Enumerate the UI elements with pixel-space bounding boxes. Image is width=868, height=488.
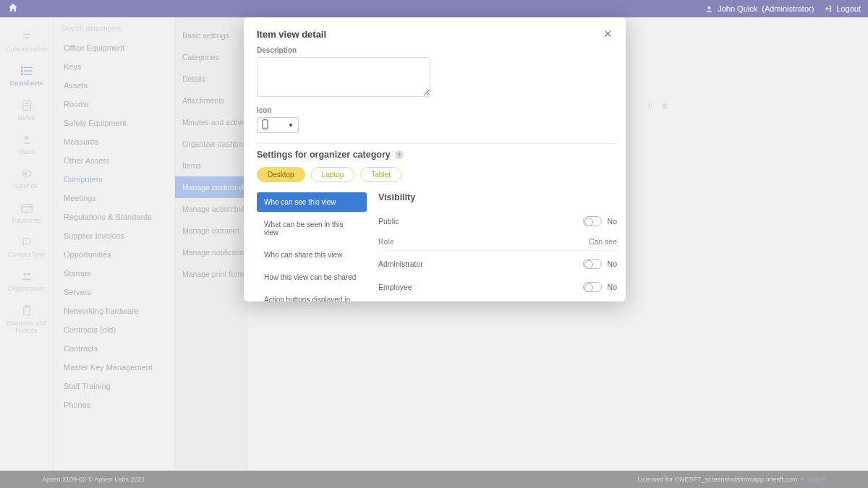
role-value: No: [608, 283, 617, 291]
footer-brand: ✦ Aptien: [800, 476, 826, 483]
user-icon: [705, 5, 713, 13]
description-label: Description: [257, 46, 617, 54]
icon-select[interactable]: ▼: [257, 117, 299, 133]
phone-icon: [262, 119, 268, 131]
footer-right: Licensed for ONESFT_screenshotsfromapp.o…: [637, 476, 797, 483]
visibility-row: AdministratorNo: [378, 252, 617, 275]
role-toggle[interactable]: [583, 282, 602, 292]
role-value: No: [608, 260, 617, 268]
footer-left: Aptien 2109-02 © Aptien Labs 2021: [42, 476, 145, 483]
description-input[interactable]: [257, 57, 430, 97]
tab-item[interactable]: Action buttons displayed in this view: [257, 290, 367, 301]
category-pills: DesktopLaptopTablet: [257, 167, 617, 182]
settings-heading: Settings for organizer category ?: [257, 150, 617, 160]
role-label: Employee: [378, 283, 583, 291]
category-pill-desktop[interactable]: Desktop: [257, 167, 305, 182]
settings-tabs: Who can see this viewWhat can be seen in…: [257, 192, 367, 301]
tab-item[interactable]: How this view can be shared: [257, 267, 367, 287]
visibility-title: Visibility: [378, 192, 617, 202]
logout-label: Logout: [836, 4, 861, 13]
item-view-detail-modal: Item view detail ✕ Description Icon ▼ Se…: [244, 17, 626, 301]
icon-label: Icon: [257, 106, 617, 114]
user-menu[interactable]: John Quick (Administrator): [705, 4, 814, 13]
public-label: Public: [378, 217, 583, 226]
tab-item[interactable]: Who can see this view: [257, 192, 367, 212]
category-pill-laptop[interactable]: Laptop: [311, 167, 355, 182]
close-icon[interactable]: ✕: [603, 27, 613, 40]
home-icon[interactable]: [7, 2, 19, 16]
public-toggle[interactable]: [583, 216, 602, 226]
tab-item[interactable]: Who can share this view: [257, 245, 367, 265]
svg-point-0: [708, 6, 711, 9]
user-name: John Quick: [718, 4, 757, 13]
logout-icon: [824, 4, 833, 13]
modal-title: Item view detail: [257, 29, 326, 40]
help-icon[interactable]: ?: [395, 150, 404, 159]
tab-item[interactable]: What can be seen in this view: [257, 215, 367, 242]
role-toggle[interactable]: [583, 259, 602, 269]
public-value: No: [608, 217, 617, 226]
visibility-row: EmployeeNo: [378, 275, 617, 299]
logout-button[interactable]: Logout: [824, 4, 861, 13]
chevron-down-icon: ▼: [288, 122, 294, 129]
role-header: Role: [378, 237, 589, 246]
role-label: Administrator: [378, 260, 583, 268]
category-pill-tablet[interactable]: Tablet: [360, 167, 401, 182]
cansee-header: Can see: [589, 237, 617, 246]
user-role: (Administrator): [762, 4, 814, 13]
